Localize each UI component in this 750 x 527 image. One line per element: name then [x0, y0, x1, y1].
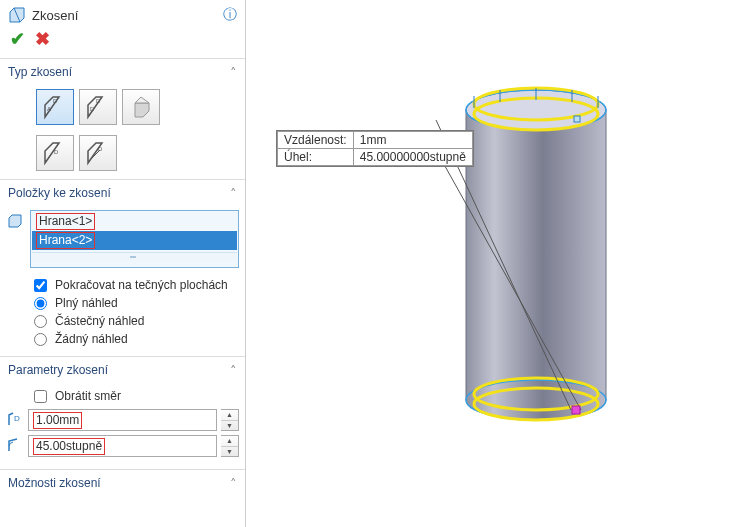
- svg-marker-16: [9, 215, 21, 227]
- cancel-button[interactable]: ✖: [35, 28, 50, 50]
- angle-icon: [6, 437, 24, 456]
- distance-icon: D: [6, 411, 24, 430]
- chamfer-callout[interactable]: Vzdálenost: 1mm Úhel: 45.00000000stupně: [276, 130, 474, 167]
- svg-text:D: D: [54, 149, 59, 155]
- distance-value: 1.00mm: [33, 412, 82, 429]
- distance-spinner[interactable]: ▲ ▼: [221, 409, 239, 431]
- selection-list[interactable]: Hrana<1> Hrana<2>: [30, 210, 239, 268]
- checkbox[interactable]: [34, 279, 47, 292]
- svg-marker-8: [135, 103, 149, 117]
- section-chamfer-type: Typ zkosení ˄ D A: [0, 58, 245, 179]
- svg-line-11: [45, 143, 53, 151]
- option-label: Částečný náhled: [55, 314, 144, 328]
- ok-button[interactable]: ✔: [10, 28, 25, 50]
- section-title: Typ zkosení: [8, 65, 72, 79]
- chamfer-type-distance-distance[interactable]: D D: [79, 89, 117, 125]
- option-label: Žádný náhled: [55, 332, 128, 346]
- chamfer-type-face-face[interactable]: D: [79, 135, 117, 171]
- section-header-parameters[interactable]: Parametry zkosení ˄: [0, 357, 245, 383]
- checkbox[interactable]: [34, 390, 47, 403]
- spinner-up-icon[interactable]: ▲: [221, 436, 238, 447]
- chamfer-type-vertex[interactable]: [122, 89, 160, 125]
- radio[interactable]: [34, 315, 47, 328]
- list-item[interactable]: Hrana<2>: [32, 231, 237, 250]
- model-cylinder: [396, 50, 676, 470]
- chamfer-type-offset-face[interactable]: D: [36, 135, 74, 171]
- chevron-up-icon: ˄: [230, 364, 237, 377]
- tangent-propagation-checkbox[interactable]: Pokračovat na tečných plochách: [34, 276, 239, 294]
- graphics-viewport[interactable]: Vzdálenost: 1mm Úhel: 45.00000000stupně: [246, 0, 750, 527]
- chamfer-feature-icon: [8, 6, 26, 24]
- angle-input[interactable]: 45.00stupně: [28, 435, 217, 457]
- preview-none-radio[interactable]: Žádný náhled: [34, 330, 239, 348]
- preview-full-radio[interactable]: Plný náhled: [34, 294, 239, 312]
- svg-text:D: D: [14, 414, 20, 423]
- panel-title: Zkosení: [32, 8, 78, 23]
- scrollbar-horizontal[interactable]: [32, 252, 237, 261]
- section-header-items[interactable]: Položky ke zkosení ˄: [0, 180, 245, 206]
- callout-angle-label: Úhel:: [278, 149, 354, 166]
- svg-rect-33: [572, 406, 580, 414]
- radio[interactable]: [34, 333, 47, 346]
- spinner-down-icon[interactable]: ▼: [221, 447, 238, 457]
- svg-text:D: D: [98, 146, 103, 152]
- option-label: Pokračovat na tečných plochách: [55, 278, 228, 292]
- callout-distance-value[interactable]: 1mm: [353, 132, 472, 149]
- section-title: Položky ke zkosení: [8, 186, 111, 200]
- help-icon[interactable]: ⓘ: [223, 6, 237, 24]
- radio[interactable]: [34, 297, 47, 310]
- chamfer-type-buttons: D A D D: [6, 89, 239, 171]
- property-manager-panel: Zkosení ⓘ ✔ ✖ Typ zkosení ˄ D: [0, 0, 246, 527]
- svg-text:D: D: [90, 106, 95, 112]
- edge-label-2: Hrana<2>: [36, 232, 95, 249]
- section-options: Možnosti zkosení ˄: [0, 469, 245, 496]
- distance-input[interactable]: 1.00mm: [28, 409, 217, 431]
- edge-label-1: Hrana<1>: [36, 213, 95, 230]
- preview-partial-radio[interactable]: Částečný náhled: [34, 312, 239, 330]
- svg-rect-32: [574, 116, 580, 122]
- spinner-down-icon[interactable]: ▼: [221, 421, 238, 431]
- chamfer-type-angle-distance[interactable]: D A: [36, 89, 74, 125]
- section-parameters: Parametry zkosení ˄ Obrátit směr D 1.: [0, 356, 245, 469]
- section-items: Položky ke zkosení ˄ Hrana<1>: [0, 179, 245, 356]
- svg-marker-9: [135, 97, 149, 103]
- reverse-direction-checkbox[interactable]: Obrátit směr: [34, 387, 239, 405]
- spinner-up-icon[interactable]: ▲: [221, 410, 238, 421]
- callout-angle-value[interactable]: 45.00000000stupně: [353, 149, 472, 166]
- section-title: Parametry zkosení: [8, 363, 108, 377]
- section-header-options[interactable]: Možnosti zkosení ˄: [0, 470, 245, 496]
- angle-value: 45.00stupně: [33, 438, 105, 455]
- svg-text:D: D: [96, 98, 101, 104]
- chevron-up-icon: ˄: [230, 477, 237, 490]
- option-label: Plný náhled: [55, 296, 118, 310]
- svg-text:D: D: [53, 98, 58, 104]
- list-item[interactable]: Hrana<1>: [32, 212, 237, 231]
- chevron-up-icon: ˄: [230, 66, 237, 79]
- section-header-chamfer-type[interactable]: Typ zkosení ˄: [0, 59, 245, 85]
- edge-selection-icon: [6, 210, 24, 232]
- callout-distance-label: Vzdálenost:: [278, 132, 354, 149]
- title-bar: Zkosení ⓘ: [0, 0, 245, 28]
- option-label: Obrátit směr: [55, 389, 121, 403]
- section-title: Možnosti zkosení: [8, 476, 101, 490]
- chevron-up-icon: ˄: [230, 187, 237, 200]
- angle-spinner[interactable]: ▲ ▼: [221, 435, 239, 457]
- svg-text:A: A: [47, 106, 51, 112]
